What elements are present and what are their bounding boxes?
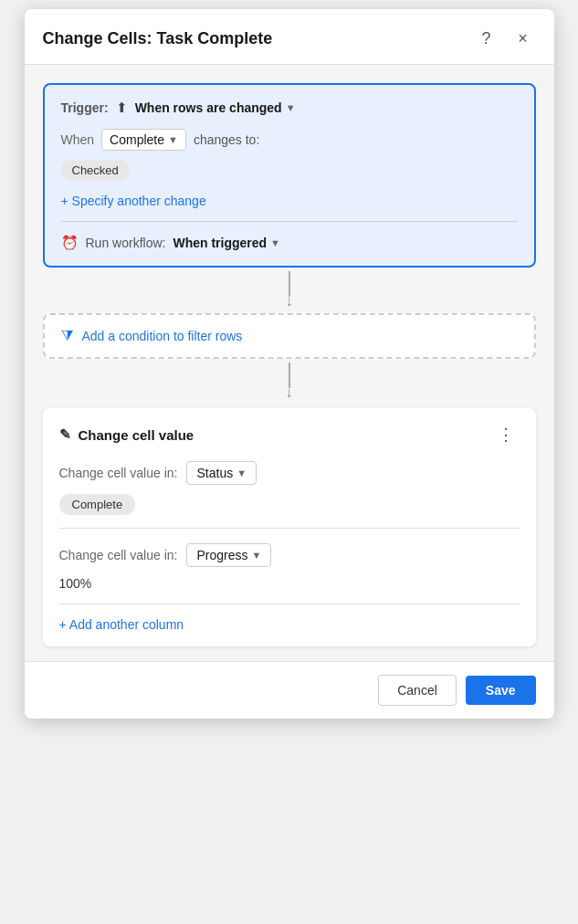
dialog: Change Cells: Task Complete ? × Trigger:… <box>25 9 554 719</box>
field-selector-dropdown[interactable]: Complete ▼ <box>101 129 186 151</box>
cell-change-row-2: Change cell value in: Progress ▼ <box>59 543 520 567</box>
action-divider-2 <box>59 604 520 604</box>
run-workflow-value: When triggered <box>173 236 267 250</box>
save-button[interactable]: Save <box>466 676 536 705</box>
column-2-arrow-icon: ▼ <box>252 550 262 561</box>
filter-icon: ⧩ <box>61 328 73 344</box>
when-label: When <box>61 132 95 147</box>
action-title: Change cell value <box>79 427 194 443</box>
connector-1: ↓ <box>43 268 536 313</box>
run-workflow-arrow-icon: ▼ <box>270 237 280 248</box>
connector-arrow-2: ↓ <box>286 384 293 401</box>
trigger-dropdown-arrow-icon: ▼ <box>286 102 296 113</box>
change-label-2: Change cell value in: <box>59 548 178 562</box>
field-name: Complete <box>110 132 164 147</box>
trigger-divider <box>61 221 518 222</box>
help-icon: ? <box>481 29 490 48</box>
action-header: ✎ Change cell value ⋮ <box>59 423 520 446</box>
trigger-dropdown[interactable]: When rows are changed ▼ <box>135 100 296 115</box>
help-button[interactable]: ? <box>474 26 499 51</box>
checked-chip: Checked <box>61 160 130 181</box>
trigger-card: Trigger: ⬆ When rows are changed ▼ When … <box>43 83 536 268</box>
header-icons: ? × <box>474 26 536 51</box>
dialog-header: Change Cells: Task Complete ? × <box>25 9 554 65</box>
filter-text: Add a condition to filter rows <box>82 329 243 343</box>
dialog-body: Trigger: ⬆ When rows are changed ▼ When … <box>25 65 554 661</box>
column-1-name: Status <box>196 466 233 480</box>
clock-icon: ⏰ <box>61 235 79 251</box>
specify-another-link[interactable]: + Specify another change <box>61 194 518 208</box>
trigger-label: Trigger: <box>61 100 109 115</box>
progress-value: 100% <box>59 576 520 591</box>
column-2-name: Progress <box>196 548 247 562</box>
dialog-title: Change Cells: Task Complete <box>43 29 273 48</box>
column-2-dropdown[interactable]: Progress ▼ <box>186 543 271 567</box>
action-divider-1 <box>59 528 520 529</box>
close-icon: × <box>518 29 528 48</box>
dialog-footer: Cancel Save <box>25 661 554 719</box>
connector-2: ↓ <box>43 359 536 404</box>
pencil-icon: ✎ <box>59 426 71 443</box>
column-1-dropdown[interactable]: Status ▼ <box>186 461 257 485</box>
when-condition-row: When Complete ▼ changes to: <box>61 129 518 151</box>
change-label-1: Change cell value in: <box>59 466 178 480</box>
cell-change-row-1: Change cell value in: Status ▼ <box>59 461 520 485</box>
more-options-button[interactable]: ⋮ <box>492 423 520 446</box>
cancel-button[interactable]: Cancel <box>378 675 457 706</box>
run-workflow-label: Run workflow: <box>86 236 166 250</box>
trigger-row: Trigger: ⬆ When rows are changed ▼ <box>61 100 518 116</box>
close-button[interactable]: × <box>510 26 536 51</box>
trigger-upload-icon: ⬆ <box>116 100 128 116</box>
field-dropdown-arrow-icon: ▼ <box>168 134 178 145</box>
run-workflow-dropdown[interactable]: When triggered ▼ <box>173 236 280 250</box>
column-1-arrow-icon: ▼ <box>236 467 247 478</box>
connector-arrow-1: ↓ <box>286 293 293 310</box>
filter-card[interactable]: ⧩ Add a condition to filter rows <box>43 313 536 359</box>
action-title-row: ✎ Change cell value <box>59 426 194 443</box>
changes-to-label: changes to: <box>194 132 259 147</box>
add-column-link[interactable]: + Add another column <box>59 617 520 632</box>
trigger-value: When rows are changed <box>135 100 282 115</box>
status-value-chip: Complete <box>59 494 136 515</box>
run-workflow-row: ⏰ Run workflow: When triggered ▼ <box>61 235 518 251</box>
action-card: ✎ Change cell value ⋮ Change cell value … <box>43 408 536 646</box>
